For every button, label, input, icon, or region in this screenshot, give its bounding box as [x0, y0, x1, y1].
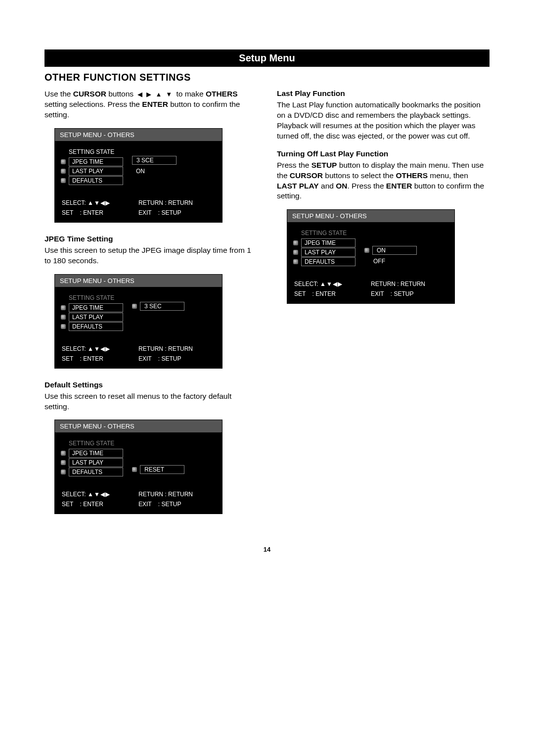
turnoff-text: Press the SETUP button to display the ma…: [277, 160, 490, 202]
section-heading: OTHER FUNCTION SETTINGS: [44, 72, 490, 83]
text-lastplay: LAST PLAY: [277, 182, 319, 190]
defaults-heading: Default Settings: [44, 380, 257, 389]
text: setting selections. Press the: [44, 100, 142, 108]
osd-title: SETUP MENU - OTHERS: [55, 129, 222, 141]
bullet-icon: [61, 451, 66, 456]
osd-footer-return: RETURN : RETURN: [138, 345, 215, 352]
osd-footer-return: RETURN : RETURN: [138, 491, 215, 498]
osd-footer-exit: EXIT : SETUP: [371, 290, 447, 297]
osd-item-setting-state: SETTING STATE: [301, 229, 350, 238]
osd-footer-exit: EXIT : SETUP: [138, 355, 215, 362]
jpeg-text: Use this screen to setup the JPEG image …: [44, 245, 257, 266]
arrow-up-icon: ▲: [155, 91, 162, 97]
text: menu, then: [428, 171, 468, 180]
osd-value-jpeg: 3 SEC: [140, 302, 184, 311]
osd-item-defaults: DEFAULTS: [69, 176, 123, 185]
osd-item-setting-state: SETTING STATE: [69, 294, 117, 303]
osd-footer-set: SET : ENTER: [62, 501, 138, 508]
text: buttons: [106, 90, 135, 98]
osd-footer-exit: EXIT : SETUP: [138, 501, 215, 508]
bullet-icon: [61, 324, 66, 329]
text-others: OTHERS: [396, 171, 428, 180]
osd-item-last-play: LAST PLAY: [301, 248, 356, 257]
osd-menu-1: SETUP MENU - OTHERS SETTING STATE JPEG T…: [54, 128, 222, 223]
page-number: 14: [44, 546, 490, 553]
arrow-icons: ▲▼◀▶: [88, 491, 110, 498]
arrow-left-icon: ◀: [137, 91, 142, 97]
text: Use the: [44, 90, 73, 98]
text-enter: ENTER: [142, 100, 168, 108]
bullet-icon: [132, 467, 137, 472]
arrow-icons: ▲▼◀▶: [88, 199, 110, 206]
osd-item-setting-state: SETTING STATE: [69, 148, 117, 157]
osd-item-defaults: DEFAULTS: [301, 257, 356, 266]
text: Press the: [277, 161, 312, 169]
text-enter: ENTER: [386, 182, 412, 190]
bullet-icon: [61, 178, 66, 183]
text: buttons to select the: [323, 171, 396, 180]
bullet-icon: [293, 259, 298, 264]
osd-item-setting-state: SETTING STATE: [69, 439, 117, 448]
osd-item-last-play: LAST PLAY: [69, 167, 123, 176]
arrow-icons: ◀ ▶ ▲ ▼: [137, 91, 172, 97]
osd-footer-return: RETURN : RETURN: [138, 199, 215, 206]
osd-footer-return: RETURN : RETURN: [371, 281, 447, 287]
arrow-icons: ▲▼◀▶: [320, 281, 343, 287]
right-column: Last Play Function The Last Play functio…: [277, 89, 490, 526]
osd-value-jpeg: 3 SCE: [132, 156, 177, 165]
intro-text: Use the CURSOR buttons ◀ ▶ ▲ ▼ to make O…: [44, 89, 257, 120]
osd-footer-set: SET : ENTER: [62, 355, 138, 362]
osd-item-jpeg-time: JPEG TIME: [69, 449, 123, 458]
osd-title: SETUP MENU - OTHERS: [287, 210, 454, 222]
osd-item-jpeg-time: JPEG TIME: [301, 238, 356, 247]
defaults-text: Use this screen to reset all menus to th…: [44, 391, 257, 412]
osd-item-last-play: LAST PLAY: [69, 313, 123, 322]
arrow-icons: ▲▼◀▶: [88, 345, 110, 352]
text: . Press the: [347, 182, 386, 190]
osd-menu-2: SETUP MENU - OTHERS SETTING STATE JPEG T…: [54, 274, 222, 369]
bullet-icon: [132, 304, 137, 309]
bullet-icon: [61, 470, 66, 474]
lastplay-heading: Last Play Function: [277, 89, 490, 98]
text-cursor: CURSOR: [290, 171, 323, 180]
bullet-icon: [61, 305, 66, 310]
osd-footer-set: SET : ENTER: [294, 290, 371, 297]
osd-menu-4: SETUP MENU - OTHERS SETTING STATE JPEG T…: [287, 209, 455, 304]
left-column: Use the CURSOR buttons ◀ ▶ ▲ ▼ to make O…: [44, 89, 257, 526]
osd-value-off: OFF: [372, 257, 417, 266]
jpeg-heading: JPEG Time Setting: [44, 235, 257, 243]
osd-footer-select: SELECT: ▲▼◀▶: [294, 281, 371, 287]
osd-footer-select: SELECT: ▲▼◀▶: [62, 491, 138, 498]
osd-value-lastplay: ON: [132, 167, 177, 176]
text-setup: SETUP: [312, 161, 337, 169]
bullet-icon: [61, 169, 66, 174]
lastplay-text: The Last Play function automatically boo…: [277, 100, 490, 142]
text-others: OTHERS: [206, 90, 238, 98]
osd-title: SETUP MENU - OTHERS: [55, 275, 222, 287]
text-on: ON: [336, 182, 347, 190]
osd-footer-select: SELECT: ▲▼◀▶: [62, 345, 138, 352]
turnoff-heading: Turning Off Last Play Function: [277, 149, 490, 158]
bullet-icon: [364, 248, 369, 253]
bullet-icon: [293, 250, 298, 255]
osd-item-defaults: DEFAULTS: [69, 322, 123, 331]
osd-item-jpeg-time: JPEG TIME: [69, 157, 123, 166]
osd-title: SETUP MENU - OTHERS: [55, 420, 222, 432]
arrow-right-icon: ▶: [146, 91, 151, 97]
bullet-icon: [61, 315, 66, 320]
osd-value-on: ON: [372, 246, 417, 255]
osd-footer-set: SET : ENTER: [62, 209, 138, 216]
text: to make: [176, 90, 205, 98]
osd-value-reset: RESET: [140, 465, 184, 474]
osd-footer-select: SELECT: ▲▼◀▶: [62, 199, 138, 206]
bullet-icon: [61, 460, 66, 465]
osd-item-jpeg-time: JPEG TIME: [69, 303, 123, 312]
arrow-down-icon: ▼: [166, 91, 172, 97]
osd-menu-3: SETUP MENU - OTHERS SETTING STATE JPEG T…: [54, 420, 222, 514]
text-cursor: CURSOR: [73, 90, 106, 98]
banner-title: Setup Menu: [44, 49, 490, 67]
bullet-icon: [61, 159, 66, 164]
osd-item-defaults: DEFAULTS: [69, 468, 123, 476]
osd-item-last-play: LAST PLAY: [69, 458, 123, 467]
bullet-icon: [293, 240, 298, 245]
